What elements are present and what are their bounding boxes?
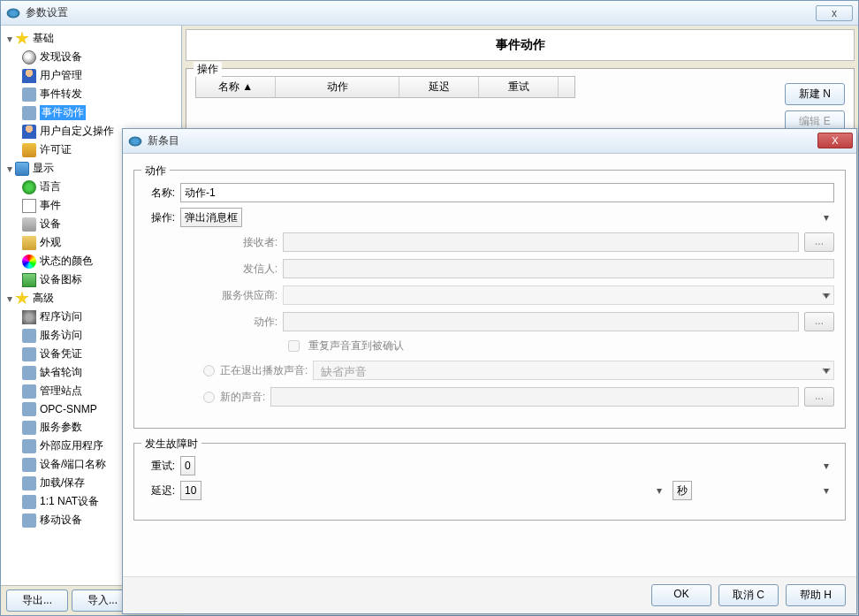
operation-dropdown[interactable]: 弹出消息框 [180,208,242,227]
new-sound-input [270,387,799,407]
star-icon [15,292,29,306]
delay-unit-dropdown[interactable]: 秒 [673,481,692,500]
col-delay[interactable]: 延迟 [399,77,479,97]
delay-unit-select[interactable]: 秒 [673,481,835,500]
provider-label: 服务供应商: [171,288,277,303]
tree-group-basic[interactable]: ▾ 基础 [1,29,181,48]
star-icon [15,32,29,46]
table-header[interactable]: 名称 ▲ 动作 延迟 重试 [195,76,575,98]
picture-icon [22,273,36,287]
name-label: 名称: [145,186,175,201]
new-button[interactable]: 新建 N [785,83,845,105]
export-button[interactable]: 导出... [6,589,68,612]
delay-label: 延迟: [145,483,175,498]
delay-value-dropdown[interactable]: 10 [180,481,201,500]
group-legend: 操作 [194,62,222,77]
twisty-icon: ▾ [4,293,15,305]
sender-row: 发信人: [145,259,834,278]
palette-icon [22,255,36,269]
receiver-input [283,232,799,252]
retry-label: 重试: [145,459,175,474]
close-icon[interactable]: x [816,5,853,21]
app-icon [6,8,20,19]
delay-row: 延迟: 10 秒 [145,481,834,500]
receiver-label: 接收者: [171,235,277,250]
action-label: 动作: [171,315,277,330]
default-sound-select: 缺省声音 [313,361,834,380]
action-row: 动作: ... [145,312,834,331]
cancel-button[interactable]: 取消 C [718,584,779,606]
magnifier-icon [22,50,36,65]
action-icon [22,106,36,120]
window-title: 参数设置 [26,5,68,20]
playing-sound-row: 正在退出播放声音: 缺省声音 [145,361,834,380]
playing-sound-label: 正在退出播放声音: [220,363,308,378]
receiver-row: 接收者: ... [145,232,834,252]
failure-group: 发生故障时 重试: 0 延迟: 10 秒 [133,443,846,521]
new-entry-dialog: 新条目 X 动作 名称: 操作: 弹出消息框 接收者: [122,128,857,614]
tree-item-discover[interactable]: 发现设备 [1,48,181,66]
forward-icon [22,87,36,102]
name-row: 名称: [145,183,834,202]
help-button[interactable]: 帮助 H [786,584,846,606]
person-icon [22,125,36,139]
dialog-body: 动作 名称: 操作: 弹出消息框 接收者: ... [123,154,856,583]
folder-icon [22,236,36,250]
operation-row: 操作: 弹出消息框 [145,208,834,227]
save-icon [22,476,36,491]
col-action[interactable]: 动作 [276,77,399,97]
nat-icon [22,495,36,509]
ok-button[interactable]: OK [651,584,711,606]
opc-icon [22,402,36,416]
monitor-icon [15,162,29,176]
new-sound-label: 新的声音: [220,390,265,405]
apps-icon [22,439,36,453]
dialog-footer: OK 取消 C 帮助 H [123,576,856,613]
app-icon [128,136,142,147]
sender-label: 发信人: [171,262,277,277]
twisty-icon: ▾ [4,163,15,175]
twisty-icon: ▾ [4,33,15,45]
tree-item-users[interactable]: 用户管理 [1,66,181,85]
retry-row: 重试: 0 [145,456,834,475]
group-legend: 动作 [141,164,170,179]
playing-sound-radio [203,365,215,376]
params-icon [22,421,36,435]
mobile-icon [22,513,36,528]
sender-input [283,259,834,278]
col-retry[interactable]: 重试 [479,77,559,97]
tree-item-event-action[interactable]: 事件动作 [1,103,181,122]
action-input [283,312,799,331]
poll-icon [22,366,36,380]
tree-item-forward[interactable]: 事件转发 [1,85,181,103]
close-icon[interactable]: X [817,133,853,148]
cog-icon [22,310,36,324]
browse-button: ... [804,387,834,407]
titlebar[interactable]: 参数设置 x [1,1,858,26]
port-icon [22,458,36,472]
name-input[interactable] [180,183,834,202]
col-name[interactable]: 名称 ▲ [196,77,276,97]
provider-row: 服务供应商: [145,285,834,305]
new-sound-radio [203,392,215,403]
operation-select[interactable]: 弹出消息框 [180,208,834,227]
dialog-titlebar[interactable]: 新条目 X [123,129,856,154]
repeat-sound-checkbox [288,340,300,352]
badge-icon [22,347,36,361]
retry-select[interactable]: 0 [180,456,834,475]
service-icon [22,329,36,343]
retry-dropdown[interactable]: 0 [180,456,195,475]
browse-button: ... [804,312,834,331]
dialog-title: 新条目 [148,133,179,148]
delay-value-select[interactable]: 10 [180,481,667,500]
key-icon [22,143,36,157]
action-group: 动作 名称: 操作: 弹出消息框 接收者: ... [133,170,846,429]
repeat-sound-label: 重复声音直到被确认 [308,338,404,354]
person-icon [22,69,36,83]
side-buttons: 新建 N 编辑 E [785,83,845,133]
new-sound-row: 新的声音: ... [145,387,834,407]
panel-title: 事件动作 [186,29,855,61]
group-legend: 发生故障时 [141,437,201,452]
doc-icon [22,199,36,213]
globe-icon [22,180,36,194]
